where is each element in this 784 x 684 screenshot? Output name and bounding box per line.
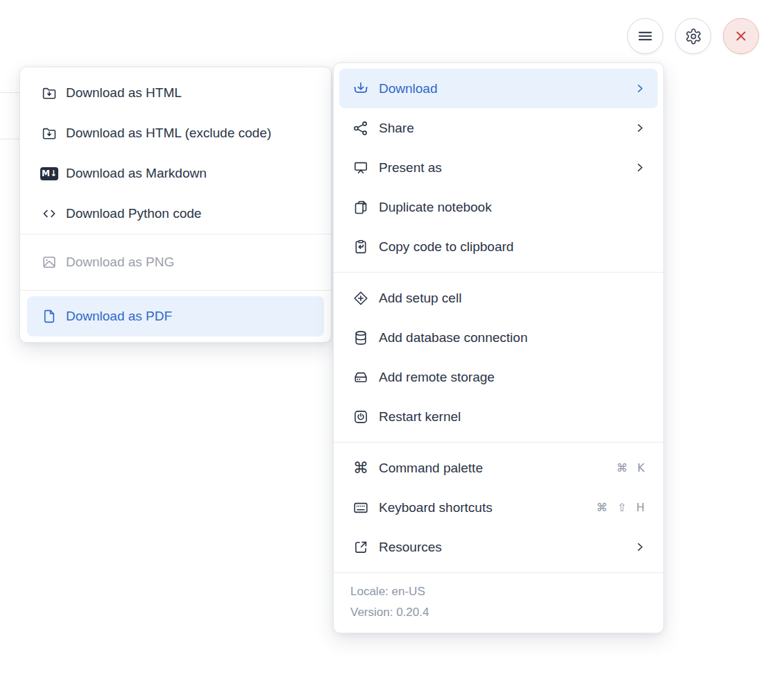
menu-item-present-as[interactable]: Present as — [334, 148, 663, 187]
menu-item-resources[interactable]: Resources — [334, 527, 663, 567]
menu-item-label: Present as — [379, 160, 634, 176]
menu-item-duplicate-notebook[interactable]: Duplicate notebook — [334, 187, 663, 227]
notebook-menu: Download Share Present as — [333, 62, 664, 633]
menu-item-label: Download — [379, 81, 634, 96]
presentation-icon — [352, 160, 369, 176]
settings-button[interactable] — [675, 18, 711, 54]
menu-item-label: Add remote storage — [379, 370, 645, 385]
menu-item-download-as-html[interactable]: Download as HTML — [20, 73, 331, 113]
menu-item-download-as-pdf[interactable]: Download as PDF — [27, 296, 324, 336]
menu-item-label: Add setup cell — [379, 291, 645, 306]
menu-item-label: Download as PNG — [66, 255, 313, 270]
menu-item-label: Download as PDF — [66, 309, 313, 324]
menu-item-label: Add database connection — [379, 330, 645, 345]
chevron-right-icon — [634, 83, 645, 94]
hamburger-icon — [637, 28, 654, 44]
locale-label: Locale: en-US — [350, 581, 647, 602]
gear-icon — [685, 28, 702, 45]
diamond-plus-icon — [352, 290, 369, 307]
external-link-icon — [352, 539, 369, 556]
menu-item-add-setup-cell[interactable]: Add setup cell — [334, 278, 663, 318]
menu-item-keyboard-shortcuts[interactable]: Keyboard shortcuts ⌘ ⇧ H — [334, 488, 663, 527]
database-icon — [352, 330, 369, 346]
image-icon — [41, 254, 58, 271]
version-label: Version: 0.20.4 — [350, 602, 647, 623]
menu-item-label: Download as HTML — [66, 85, 313, 101]
menu-footer: Locale: en-US Version: 0.20.4 — [334, 573, 663, 633]
folder-download-icon — [41, 125, 58, 142]
file-icon — [41, 308, 58, 325]
menu-item-share[interactable]: Share — [334, 108, 663, 148]
download-submenu: Download as HTML Download as HTML (exclu… — [19, 67, 332, 343]
keyboard-icon — [352, 499, 369, 516]
menu-item-label: Download Python code — [66, 206, 313, 221]
shortcut-label: ⌘ K — [616, 461, 645, 474]
chevron-right-icon — [634, 123, 645, 134]
menu-button[interactable] — [627, 18, 663, 54]
download-icon — [352, 80, 369, 97]
menu-item-copy-code-to-clipboard[interactable]: Copy code to clipboard — [334, 227, 663, 266]
shortcut-label: ⌘ ⇧ H — [596, 501, 645, 514]
chevron-right-icon — [634, 162, 645, 173]
menu-item-label: Command palette — [379, 461, 616, 476]
menu-item-label: Resources — [379, 540, 634, 555]
clipboard-arrow-icon — [352, 239, 369, 255]
code-icon — [41, 205, 58, 222]
duplicate-icon — [352, 199, 369, 216]
chevron-right-icon — [634, 542, 645, 553]
share-icon — [352, 120, 369, 137]
markdown-icon: M↓ — [41, 165, 58, 182]
close-button[interactable] — [723, 18, 759, 54]
menu-item-download-as-html-exclude-code[interactable]: Download as HTML (exclude code) — [20, 113, 331, 153]
menu-item-label: Copy code to clipboard — [379, 239, 645, 255]
menu-item-download-as-markdown[interactable]: M↓ Download as Markdown — [20, 153, 331, 194]
menu-item-label: Download as HTML (exclude code) — [66, 126, 313, 141]
menu-item-label: Share — [379, 121, 634, 136]
command-icon: ⌘ — [352, 460, 369, 477]
menu-item-label: Restart kernel — [379, 409, 645, 425]
close-icon — [733, 28, 749, 44]
menu-item-download[interactable]: Download — [339, 69, 658, 108]
menu-item-label: Download as Markdown — [66, 166, 313, 181]
menu-item-label: Duplicate notebook — [379, 200, 645, 215]
menu-item-download-as-png: Download as PNG — [20, 242, 331, 282]
hard-drive-icon — [352, 369, 369, 386]
menu-item-restart-kernel[interactable]: Restart kernel — [334, 397, 663, 436]
power-icon — [352, 409, 369, 425]
menu-item-command-palette[interactable]: ⌘ Command palette ⌘ K — [334, 448, 663, 488]
background-rule — [0, 92, 20, 93]
folder-download-icon — [41, 85, 58, 101]
menu-item-label: Keyboard shortcuts — [379, 500, 596, 515]
menu-item-add-remote-storage[interactable]: Add remote storage — [334, 357, 663, 397]
background-rule — [0, 139, 20, 139]
menu-item-add-database-connection[interactable]: Add database connection — [334, 318, 663, 357]
window-toolbar — [627, 18, 759, 54]
menu-item-download-python-code[interactable]: Download Python code — [20, 194, 331, 234]
